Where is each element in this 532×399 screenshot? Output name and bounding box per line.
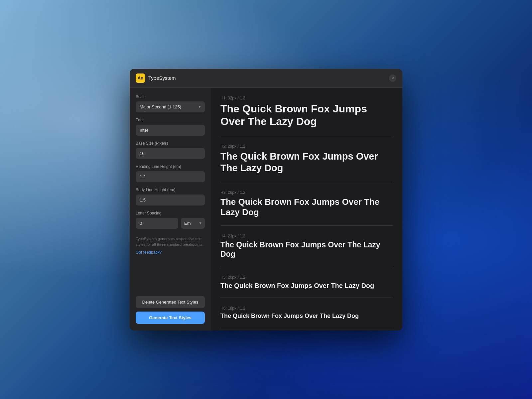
app-icon: Ae <box>136 73 145 83</box>
body-lh-input[interactable] <box>136 195 205 205</box>
main-content: Scale Major Second (1.125) Minor Second … <box>130 88 402 331</box>
h6-preview: The Quick Brown Fox Jumps Over The Lazy … <box>220 313 393 320</box>
right-panel: H1: 32px / 1.2 The Quick Brown Fox Jumps… <box>211 88 402 331</box>
h2-section: H2: 29px / 1.2 The Quick Brown Fox Jumps… <box>220 144 393 174</box>
letter-spacing-label: Letter Spacing <box>136 211 205 215</box>
letter-spacing-input[interactable] <box>136 218 178 229</box>
h6-section: H6: 18px / 1.2 The Quick Brown Fox Jumps… <box>220 306 393 320</box>
unit-select-wrapper: Em Px Rem ▼ <box>181 218 205 229</box>
divider-h3 <box>220 225 393 226</box>
divider-h2 <box>220 182 393 182</box>
titlebar-left: Ae TypeSystem <box>136 73 176 83</box>
scale-select-wrapper: Major Second (1.125) Minor Second (1.067… <box>136 101 205 112</box>
info-block: TypeSystem generates responsive text sty… <box>136 234 205 255</box>
heading-lh-input[interactable] <box>136 171 205 182</box>
letter-spacing-row: Em Px Rem ▼ <box>136 218 205 229</box>
h4-preview: The Quick Brown Fox Jumps Over The Lazy … <box>220 240 393 259</box>
h1-section: H1: 32px / 1.2 The Quick Brown Fox Jumps… <box>220 96 393 128</box>
h4-meta: H4: 23px / 1.2 <box>220 234 393 238</box>
app-window: Ae TypeSystem × Scale Major Second (1.12… <box>130 69 402 331</box>
base-size-input[interactable] <box>136 148 205 159</box>
h2-preview: The Quick Brown Fox Jumps Over The Lazy … <box>220 151 393 174</box>
divider-h5 <box>220 298 393 298</box>
scale-select[interactable]: Major Second (1.125) Minor Second (1.067… <box>136 101 205 112</box>
h1-meta: H1: 32px / 1.2 <box>220 96 393 100</box>
h3-meta: H3: 26px / 1.2 <box>220 190 393 195</box>
generate-button[interactable]: Generate Text Styles <box>136 312 205 324</box>
delete-button[interactable]: Delete Generated Text Styles <box>136 296 205 308</box>
h4-section: H4: 23px / 1.2 The Quick Brown Fox Jumps… <box>220 234 393 259</box>
left-panel: Scale Major Second (1.125) Minor Second … <box>130 88 211 331</box>
divider-h6 <box>220 328 393 328</box>
app-title: TypeSystem <box>148 75 176 81</box>
divider-h4 <box>220 267 393 267</box>
h2-meta: H2: 29px / 1.2 <box>220 144 393 149</box>
h3-preview: The Quick Brown Fox Jumps Over The Lazy … <box>220 197 393 217</box>
h3-section: H3: 26px / 1.2 The Quick Brown Fox Jumps… <box>220 190 393 217</box>
font-field-group: Font <box>136 118 205 136</box>
h5-section: H5: 20px / 1.2 The Quick Brown Fox Jumps… <box>220 275 393 290</box>
body-lh-label: Body Line Height (em) <box>136 188 205 192</box>
font-label: Font <box>136 118 205 122</box>
h6-meta: H6: 18px / 1.2 <box>220 306 393 311</box>
h5-meta: H5: 20px / 1.2 <box>220 275 393 280</box>
heading-lh-field-group: Heading Line Height (em) <box>136 164 205 182</box>
h5-preview: The Quick Brown Fox Jumps Over The Lazy … <box>220 282 393 290</box>
letter-spacing-field-group: Letter Spacing Em Px Rem ▼ <box>136 211 205 229</box>
base-size-field-group: Base Size (Pixels) <box>136 141 205 159</box>
font-input[interactable] <box>136 125 205 136</box>
close-button[interactable]: × <box>389 74 396 82</box>
divider-h1 <box>220 136 393 136</box>
h1-preview: The Quick Brown Fox Jumps Over The Lazy … <box>220 102 393 128</box>
heading-lh-label: Heading Line Height (em) <box>136 164 205 169</box>
feedback-link[interactable]: Got feedback? <box>136 250 205 255</box>
unit-select[interactable]: Em Px Rem <box>181 218 205 229</box>
base-size-label: Base Size (Pixels) <box>136 141 205 146</box>
info-text: TypeSystem generates responsive text sty… <box>136 236 205 248</box>
scale-label: Scale <box>136 94 205 99</box>
body-lh-field-group: Body Line Height (em) <box>136 188 205 205</box>
spacer <box>136 255 205 296</box>
titlebar: Ae TypeSystem × <box>130 69 402 88</box>
scale-field-group: Scale Major Second (1.125) Minor Second … <box>136 94 205 112</box>
